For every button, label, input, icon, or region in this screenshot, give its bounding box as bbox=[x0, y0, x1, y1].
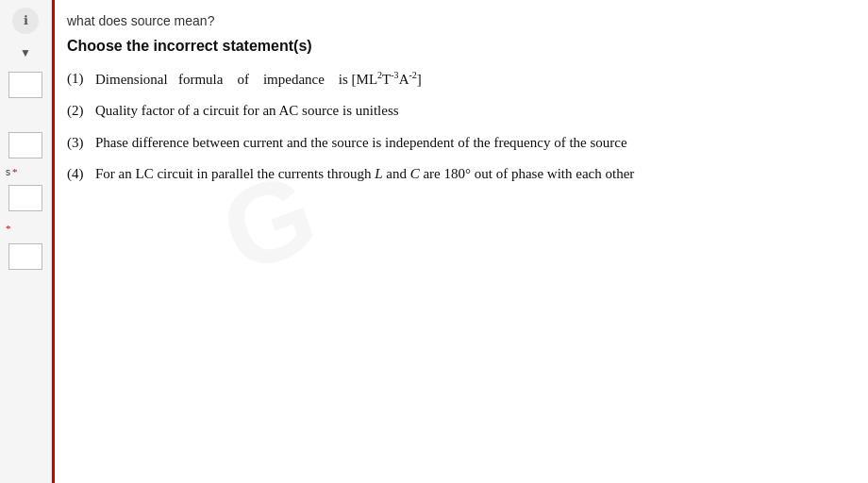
sidebar-input-4[interactable] bbox=[8, 243, 42, 270]
option-3: (3) Phase difference between current and… bbox=[67, 132, 849, 154]
option-1: (1) Dimensional formula of impedance is … bbox=[67, 68, 849, 91]
option-2: (2) Quality factor of a circuit for an A… bbox=[67, 100, 849, 122]
option-2-text: Quality factor of a circuit for an AC so… bbox=[95, 100, 849, 122]
sidebar-s-label: s bbox=[6, 167, 10, 177]
option-4: (4) For an LC circuit in parallel the cu… bbox=[67, 163, 849, 185]
main-content: G what does source mean? Choose the inco… bbox=[52, 0, 868, 483]
sidebar-input-1[interactable] bbox=[8, 72, 42, 98]
sidebar-star-1: * bbox=[12, 166, 18, 177]
sidebar-star-2: * bbox=[6, 223, 11, 234]
option-4-number: (4) bbox=[67, 163, 90, 185]
sidebar-input-2[interactable] bbox=[8, 132, 42, 158]
info-icon[interactable]: ℹ bbox=[12, 8, 39, 34]
choose-statement: Choose the incorrect statement(s) bbox=[67, 38, 849, 55]
option-3-number: (3) bbox=[67, 132, 90, 154]
option-2-number: (2) bbox=[67, 100, 90, 122]
option-1-number: (1) bbox=[67, 68, 90, 90]
dropdown-arrow-icon[interactable]: ▼ bbox=[12, 42, 39, 64]
option-1-text: Dimensional formula of impedance is [ML2… bbox=[95, 68, 849, 91]
left-sidebar: ℹ ▼ s * * bbox=[0, 0, 52, 483]
option-3-text: Phase difference between current and the… bbox=[95, 132, 849, 154]
question-header: what does source mean? bbox=[67, 13, 849, 28]
option-4-text: For an LC circuit in parallel the curren… bbox=[95, 163, 849, 185]
options-list: (1) Dimensional formula of impedance is … bbox=[67, 68, 849, 185]
sidebar-input-3[interactable] bbox=[8, 185, 42, 211]
